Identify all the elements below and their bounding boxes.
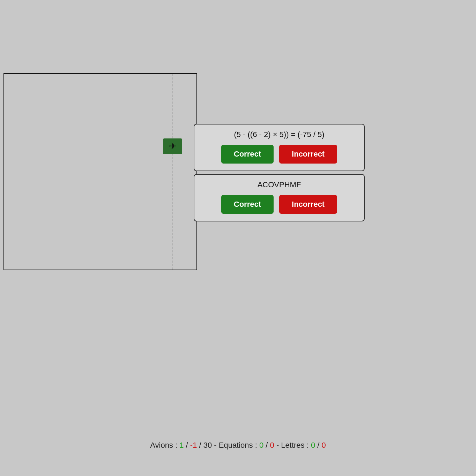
- letters-buttons: Correct Incorrect: [221, 195, 337, 214]
- equation-buttons: Correct Incorrect: [221, 145, 337, 164]
- equation-card: (5 - ((6 - 2) × 5)) = (-75 / 5) Correct …: [194, 124, 365, 171]
- letters-text: ACOVPHMF: [258, 180, 301, 189]
- letters-correct-button[interactable]: Correct: [221, 195, 274, 214]
- let-green: 0: [311, 441, 315, 449]
- flight-area: ✈: [3, 73, 197, 270]
- equation-incorrect-button[interactable]: Incorrect: [279, 145, 337, 164]
- let-red: 0: [322, 441, 326, 449]
- avions-label: Avions :: [150, 441, 179, 449]
- letters-incorrect-button[interactable]: Incorrect: [279, 195, 337, 214]
- equation-correct-button[interactable]: Correct: [221, 145, 274, 164]
- letters-card: ACOVPHMF Correct Incorrect: [194, 174, 365, 221]
- sep1: /: [184, 441, 190, 449]
- suffix1: / 30 - Equations :: [197, 441, 259, 449]
- equation-text: (5 - ((6 - 2) × 5)) = (-75 / 5): [234, 130, 324, 139]
- dashed-divider: [172, 74, 172, 270]
- airplane-symbol: ✈: [169, 141, 177, 152]
- suffix2: - Lettres :: [274, 441, 311, 449]
- eq-red: 0: [270, 441, 274, 449]
- eq-green: 0: [259, 441, 263, 449]
- sep3: /: [315, 441, 321, 449]
- airplane-icon: ✈: [163, 138, 182, 154]
- status-bar: Avions : 1 / -1 / 30 - Equations : 0 / 0…: [0, 441, 476, 450]
- avions-green: 1: [179, 441, 184, 449]
- avions-red: -1: [190, 441, 197, 449]
- cards-area: (5 - ((6 - 2) × 5)) = (-75 / 5) Correct …: [194, 124, 365, 221]
- sep2: /: [263, 441, 270, 449]
